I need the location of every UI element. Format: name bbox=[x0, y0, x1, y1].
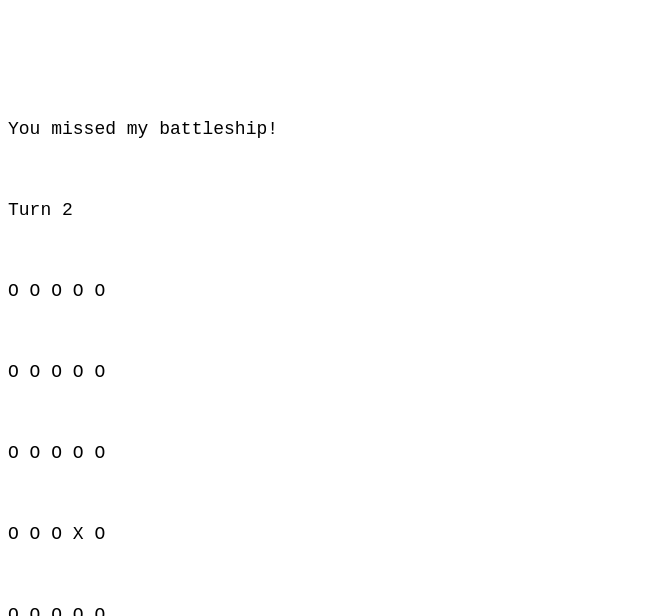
grid-row-1-2: O O O O O bbox=[8, 359, 662, 386]
game-output: You missed my battleship! Turn 2 O O O O… bbox=[8, 8, 662, 616]
miss-message-1: You missed my battleship! bbox=[8, 116, 662, 143]
turn-label-1: Turn 2 bbox=[8, 197, 662, 224]
grid-row-1-5: O O O O O bbox=[8, 602, 662, 616]
grid-row-1-1: O O O O O bbox=[8, 278, 662, 305]
block-1: You missed my battleship! Turn 2 O O O O… bbox=[8, 62, 662, 616]
grid-row-1-3: O O O O O bbox=[8, 440, 662, 467]
grid-row-1-4: O O O X O bbox=[8, 521, 662, 548]
